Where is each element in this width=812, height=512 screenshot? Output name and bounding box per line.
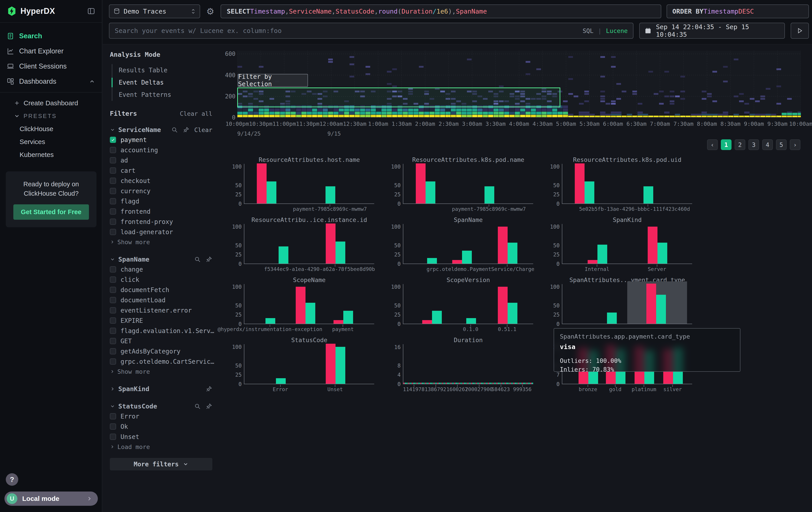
- filter-group-name[interactable]: SpanKind: [118, 385, 149, 393]
- filter-option-documentload[interactable]: documentLoad: [110, 295, 212, 305]
- bar-inliers[interactable]: [607, 313, 617, 324]
- bar-outliers[interactable]: [296, 287, 306, 324]
- filter-option-flagd[interactable]: flagd: [110, 196, 212, 206]
- bar-inliers[interactable]: [656, 295, 666, 324]
- show-more-link[interactable]: Show more: [110, 237, 212, 247]
- filter-group-clear[interactable]: Clear: [194, 127, 212, 133]
- bar-inliers[interactable]: [432, 311, 442, 324]
- checkbox[interactable]: [110, 307, 116, 314]
- checkbox[interactable]: [110, 413, 116, 420]
- more-filters-button[interactable]: More filters: [110, 458, 212, 470]
- bar-inliers[interactable]: [427, 258, 437, 264]
- bar-inliers[interactable]: [343, 311, 353, 324]
- bar-outliers[interactable]: [334, 320, 343, 324]
- checkbox[interactable]: [110, 167, 116, 173]
- sidebar-item-dashboards[interactable]: Dashboards: [0, 74, 102, 89]
- page-prev-button[interactable]: ‹: [707, 139, 718, 150]
- checkbox[interactable]: [110, 297, 116, 303]
- bar-inliers[interactable]: [336, 242, 345, 264]
- checkbox[interactable]: [110, 178, 116, 184]
- pin-icon[interactable]: [206, 256, 212, 263]
- sidebar-preset-clickhouse[interactable]: ClickHouse: [0, 123, 102, 135]
- bar-inliers[interactable]: [426, 182, 435, 204]
- filter-option-cart[interactable]: cart: [110, 165, 212, 176]
- bar-inliers[interactable]: [279, 246, 288, 264]
- get-started-button[interactable]: Get Started for Free: [13, 204, 89, 220]
- checkbox[interactable]: [110, 338, 116, 344]
- bar-outliers[interactable]: [326, 223, 336, 264]
- filter-option-load-generator[interactable]: load-generator: [110, 227, 212, 237]
- bar-outliers[interactable]: [452, 260, 462, 264]
- filter-option-getadsbycategory[interactable]: getAdsByCategory: [110, 346, 212, 356]
- bar-inliers[interactable]: [508, 243, 517, 264]
- page-button-4[interactable]: 4: [762, 139, 773, 150]
- filter-option-accounting[interactable]: accounting: [110, 145, 212, 155]
- bar-outliers[interactable]: [257, 163, 267, 204]
- bar-inliers[interactable]: [485, 186, 494, 204]
- bar-outliers[interactable]: [648, 226, 658, 264]
- checkbox[interactable]: [110, 287, 116, 293]
- pin-icon[interactable]: [206, 385, 212, 392]
- sidebar-item-client-sessions[interactable]: Client Sessions: [0, 59, 102, 74]
- heatmap-selection-box[interactable]: [238, 88, 560, 107]
- filter-option-documentfetch[interactable]: documentFetch: [110, 285, 212, 295]
- checkbox[interactable]: [110, 198, 116, 204]
- filter-option-frontend[interactable]: frontend: [110, 206, 212, 217]
- pin-icon[interactable]: [183, 127, 190, 133]
- bar-inliers[interactable]: [336, 347, 345, 384]
- presets-toggle[interactable]: PRESETS: [0, 110, 102, 123]
- analysis-mode-event-patterns[interactable]: Event Patterns: [113, 89, 212, 101]
- page-next-button[interactable]: ›: [790, 139, 801, 150]
- clear-all-button[interactable]: Clear all: [180, 110, 212, 117]
- bar-outliers[interactable]: [326, 344, 336, 384]
- bar-outliers[interactable]: [498, 287, 508, 324]
- bar-inliers[interactable]: [598, 245, 607, 264]
- bar-inliers[interactable]: [658, 243, 667, 264]
- checkbox[interactable]: [110, 157, 116, 163]
- page-button-1[interactable]: 1: [721, 139, 731, 150]
- checkbox[interactable]: [110, 318, 116, 324]
- checkbox[interactable]: [110, 358, 116, 365]
- chevron-down-icon[interactable]: [110, 257, 115, 262]
- filter-group-name[interactable]: StatusCode: [118, 402, 157, 410]
- analysis-mode-results-table[interactable]: Results Table: [113, 64, 212, 76]
- bar-outliers[interactable]: [588, 260, 598, 264]
- bar-inliers[interactable]: [276, 378, 286, 384]
- user-menu[interactable]: U Local mode: [4, 491, 98, 506]
- page-button-3[interactable]: 3: [748, 139, 759, 150]
- checkbox[interactable]: [110, 266, 116, 272]
- checkbox[interactable]: [110, 147, 116, 153]
- sidebar-item-chart-explorer[interactable]: Chart Explorer: [0, 44, 102, 59]
- bar-inliers[interactable]: [462, 251, 472, 264]
- filter-option-currency[interactable]: currency: [110, 186, 212, 196]
- filter-option-checkout[interactable]: checkout: [110, 176, 212, 186]
- lang-toggle-lucene[interactable]: Lucene: [606, 27, 628, 34]
- chevron-down-icon[interactable]: [110, 404, 115, 409]
- checkbox[interactable]: [110, 229, 116, 235]
- checkbox[interactable]: [110, 434, 116, 440]
- filter-option-ok[interactable]: Ok: [110, 422, 212, 432]
- page-button-5[interactable]: 5: [776, 139, 787, 150]
- show-more-link[interactable]: Load more: [110, 442, 212, 452]
- search-icon[interactable]: [194, 256, 201, 263]
- filter-option-payment[interactable]: payment: [110, 135, 212, 145]
- sidebar-item-search[interactable]: Search: [0, 28, 102, 44]
- checkbox[interactable]: [110, 276, 116, 283]
- bar-outliers[interactable]: [575, 163, 584, 204]
- sidebar-preset-services[interactable]: Services: [0, 135, 102, 148]
- checkbox[interactable]: [110, 188, 116, 194]
- filter-option-frontend-proxy[interactable]: frontend-proxy: [110, 217, 212, 227]
- filter-option-click[interactable]: click: [110, 274, 212, 285]
- chevron-right-icon[interactable]: [110, 386, 115, 392]
- checkbox[interactable]: [110, 208, 116, 215]
- checkbox-checked[interactable]: [110, 137, 116, 143]
- sidebar-preset-kubernetes[interactable]: Kubernetes: [0, 148, 102, 161]
- filter-by-selection-button[interactable]: Filter by Selection: [238, 74, 308, 87]
- bar-inliers[interactable]: [325, 186, 335, 204]
- bar-inliers[interactable]: [643, 186, 653, 204]
- source-select[interactable]: Demo Traces: [109, 4, 200, 18]
- filter-option-unset[interactable]: Unset: [110, 432, 212, 442]
- filter-option-grpc-oteldemo-cartservic-[interactable]: grpc.oteldemo.CartServic…: [110, 356, 212, 367]
- filter-group-name[interactable]: SpanName: [118, 255, 149, 263]
- collapse-sidebar-icon[interactable]: [87, 7, 95, 15]
